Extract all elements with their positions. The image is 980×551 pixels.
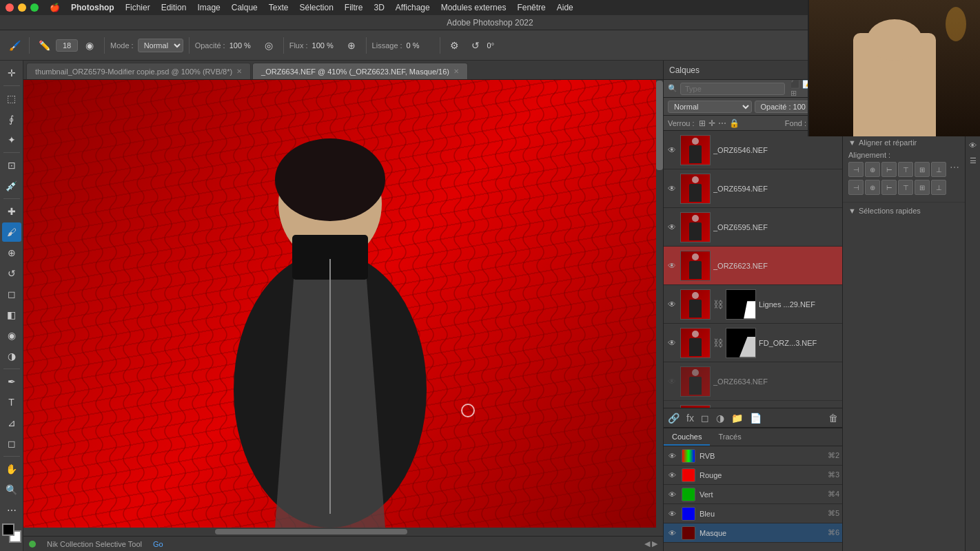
align-top-icon[interactable]: ⊤ <box>898 162 913 177</box>
eyedropper-tool[interactable]: 💉 <box>2 176 21 196</box>
brush-size-input[interactable]: 18 <box>56 39 78 52</box>
hand-tool[interactable]: ✋ <box>2 459 21 479</box>
settings-icon[interactable]: ⚙ <box>446 37 464 54</box>
healing-tool[interactable]: ✚ <box>2 202 21 221</box>
lock-pixels-icon[interactable]: ⊞ <box>699 118 706 128</box>
distribute-center-v-icon[interactable]: ⊞ <box>915 180 930 195</box>
lasso-tool[interactable]: ∮ <box>2 110 21 129</box>
menu-calque[interactable]: Calque <box>232 3 258 12</box>
lissage-value[interactable]: 0 % <box>407 41 434 50</box>
menu-filtre[interactable]: Filtre <box>345 3 363 12</box>
foreground-background-colors[interactable] <box>2 523 21 543</box>
layer-visibility-toggle[interactable]: 👁 <box>666 183 677 194</box>
mac-window-controls[interactable] <box>6 3 39 12</box>
menu-selection[interactable]: Sélection <box>299 3 333 12</box>
layer-item[interactable]: 👁 ⛓ Lignes ...29.NEF <box>664 285 842 324</box>
distribute-left-icon[interactable]: ⊣ <box>848 180 864 195</box>
menu-aide[interactable]: Aide <box>557 3 573 12</box>
delete-layer-icon[interactable]: 🗑 <box>828 413 838 424</box>
layer-item-active[interactable]: 👁 _ORZ6623.NEF <box>664 247 842 285</box>
tab-orz6634-close[interactable]: ✕ <box>453 67 459 75</box>
channel-item-bleu[interactable]: 👁 Bleu ⌘5 <box>664 504 842 523</box>
layer-item[interactable]: 👁 _ORZ6594.NEF <box>664 169 842 208</box>
zoom-tool[interactable]: 🔍 <box>2 480 21 499</box>
link-layers-icon[interactable]: 🔗 <box>668 413 680 424</box>
tab-thumbnail[interactable]: thumbnail_ORZ6579-Modifier copie.psd @ 1… <box>26 63 251 79</box>
layers-search-input[interactable] <box>680 83 785 95</box>
color-swatch[interactable] <box>2 523 21 543</box>
gradient-tool[interactable]: ◧ <box>2 305 21 324</box>
menu-texte[interactable]: Texte <box>269 3 289 12</box>
channel-item-masque[interactable]: 👁 Masque ⌘6 <box>664 523 842 543</box>
align-section-header[interactable]: ▼ Aligner et répartir <box>848 138 959 147</box>
align-more-icon[interactable]: ⋯ <box>950 162 959 177</box>
add-mask-icon[interactable]: ◻ <box>701 413 709 424</box>
channel-item-rvb[interactable]: 👁 RVB ⌘2 <box>664 446 842 466</box>
move-tool[interactable]: ✛ <box>2 63 21 83</box>
angle-icon[interactable]: ↺ <box>467 37 484 54</box>
menu-fichier[interactable]: Fichier <box>125 3 150 12</box>
flux-icon[interactable]: ⊕ <box>343 37 360 54</box>
new-group-icon[interactable]: 📁 <box>731 413 743 424</box>
app-name[interactable]: Photoshop <box>71 3 114 12</box>
add-effect-icon[interactable]: fx <box>686 413 694 424</box>
mode-select[interactable]: Normal <box>138 39 183 52</box>
crop-tool[interactable]: ⊡ <box>2 156 21 175</box>
new-layer-icon[interactable]: 📄 <box>750 413 762 424</box>
new-adjustment-icon[interactable]: ◑ <box>716 413 724 424</box>
menu-edition[interactable]: Edition <box>161 3 187 12</box>
menu-image[interactable]: Image <box>197 3 220 12</box>
channel-item-rouge[interactable]: 👁 Rouge ⌘3 <box>664 466 842 485</box>
lock-position-icon[interactable]: ✛ <box>708 118 715 128</box>
layer-visibility-toggle[interactable]: 👁 <box>666 145 677 156</box>
vertical-scrollbar[interactable] <box>656 80 663 528</box>
history-brush-tool[interactable]: ↺ <box>2 264 21 283</box>
distribute-center-h-icon[interactable]: ⊕ <box>865 180 880 195</box>
more-tools[interactable]: ⋯ <box>2 501 21 520</box>
align-right-icon[interactable]: ⊢ <box>881 162 897 177</box>
menu-3d[interactable]: 3D <box>374 3 385 12</box>
layer-visibility-toggle[interactable]: 👁 <box>666 337 677 349</box>
channel-visibility-masque[interactable]: 👁 <box>666 528 677 539</box>
opacity-value[interactable]: 100 % <box>229 41 257 50</box>
align-center-v-icon[interactable]: ⊞ <box>915 162 930 177</box>
tab-traces[interactable]: Tracés <box>710 428 749 446</box>
eraser-tool[interactable]: ◻ <box>2 284 21 304</box>
distribute-top-icon[interactable]: ⊤ <box>898 180 913 195</box>
channel-visibility-vert[interactable]: 👁 <box>666 489 677 500</box>
layer-visibility-toggle[interactable]: 👁 <box>666 299 677 310</box>
tab-couches[interactable]: Couches <box>664 428 710 446</box>
channel-visibility-bleu[interactable]: 👁 <box>666 508 677 519</box>
channel-visibility-rouge[interactable]: 👁 <box>666 470 677 481</box>
layer-visibility-toggle[interactable]: 👁 <box>666 376 677 387</box>
marquee-tool[interactable]: ⬚ <box>2 89 21 108</box>
menu-fenetre[interactable]: Fenêtre <box>517 3 545 12</box>
tab-orz6634[interactable]: _ORZ6634.NEF @ 410% (_ORZ6623.NEF, Masqu… <box>252 63 468 79</box>
scroll-thumb[interactable] <box>215 529 407 534</box>
distribute-right-icon[interactable]: ⊢ <box>881 180 897 195</box>
menu-modules[interactable]: Modules externes <box>441 3 507 12</box>
vert-icon-7[interactable]: ☰ <box>967 154 979 167</box>
layer-visibility-toggle[interactable]: 👁 <box>666 260 677 271</box>
menu-affichage[interactable]: Affichage <box>396 3 430 12</box>
apple-icon[interactable]: 🍎 <box>50 3 60 12</box>
canvas-container[interactable] <box>23 80 663 528</box>
opacity-icon[interactable]: ◎ <box>260 37 278 54</box>
layer-visibility-toggle[interactable]: 👁 <box>666 222 677 233</box>
horizontal-scrollbar[interactable] <box>23 528 663 536</box>
brush-tool[interactable]: 🖌 <box>2 222 21 242</box>
quick-sel-header[interactable]: ▼ Sélections rapides <box>848 207 959 215</box>
clone-tool[interactable]: ⊕ <box>2 243 21 262</box>
blur-tool[interactable]: ◉ <box>2 326 21 345</box>
close-button[interactable] <box>6 3 14 12</box>
brush-tool-icon[interactable]: 🖌️ <box>6 37 23 54</box>
layer-item[interactable]: 👁 BG-F8_ORZ6581.NEF 🔒 <box>664 401 842 408</box>
path-tool[interactable]: ⊿ <box>2 413 21 433</box>
foreground-color[interactable] <box>2 523 14 536</box>
tool-mode-icon[interactable]: ✏️ <box>35 37 53 54</box>
maximize-button[interactable] <box>30 3 39 12</box>
pen-tool[interactable]: ✒ <box>2 372 21 391</box>
flux-value[interactable]: 100 % <box>312 41 340 50</box>
magic-wand-tool[interactable]: ✦ <box>2 130 21 149</box>
layer-item[interactable]: 👁 _ORZ6595.NEF <box>664 208 842 247</box>
